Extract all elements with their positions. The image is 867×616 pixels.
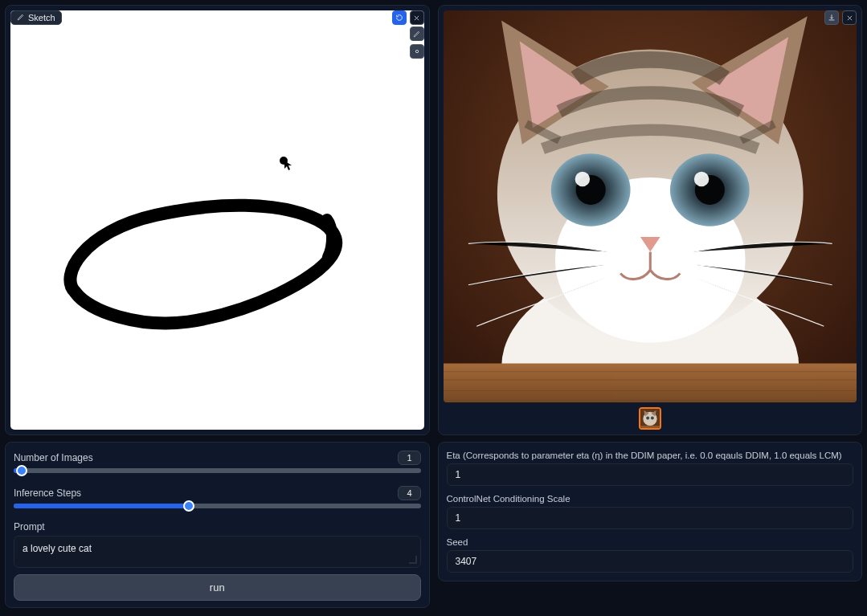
brush-settings-icon[interactable] <box>410 44 424 59</box>
slider-inference-steps-label: Inference Steps <box>14 487 81 499</box>
controlnet-scale-input[interactable]: 1 <box>447 507 854 529</box>
eta-field: Eta (Corresponds to parameter eta (η) in… <box>447 451 854 486</box>
prompt-input[interactable]: a lovely cute cat <box>14 536 421 568</box>
prompt-field: Prompt a lovely cute cat <box>14 521 421 568</box>
edit-icon[interactable] <box>410 27 424 41</box>
sketch-tab[interactable]: Sketch <box>10 10 62 25</box>
download-icon[interactable] <box>824 10 839 25</box>
eta-label: Eta (Corresponds to parameter eta (η) in… <box>447 451 854 460</box>
seed-input[interactable]: 3407 <box>447 550 854 573</box>
eta-input[interactable]: 1 <box>447 463 854 486</box>
slider-num-images-track[interactable] <box>14 468 421 473</box>
reset-icon[interactable] <box>392 10 407 25</box>
slider-inference-steps: Inference Steps 4 <box>14 486 421 516</box>
slider-inference-steps-value[interactable]: 4 <box>398 486 420 500</box>
pencil-icon <box>17 13 25 22</box>
seed-label: Seed <box>447 537 854 547</box>
cursor-icon <box>284 160 293 173</box>
sketch-tab-label: Sketch <box>28 13 55 22</box>
svg-rect-11 <box>444 364 857 402</box>
close-output-icon[interactable] <box>842 10 857 25</box>
output-panel <box>438 5 863 435</box>
svg-point-18 <box>646 417 649 420</box>
prompt-label: Prompt <box>14 521 421 532</box>
svg-point-19 <box>651 417 654 420</box>
svg-rect-20 <box>640 426 660 428</box>
slider-number-of-images: Number of Images 1 <box>14 451 421 481</box>
output-image[interactable] <box>444 10 857 402</box>
sketch-panel: Sketch <box>5 5 430 435</box>
run-button[interactable]: run <box>14 574 421 601</box>
controlnet-scale-label: ControlNet Conditioning Scale <box>447 494 854 504</box>
user-sketch-stroke <box>10 10 424 430</box>
seed-field: Seed 3407 <box>447 537 854 573</box>
slider-num-images-label: Number of Images <box>14 452 93 463</box>
slider-inference-steps-track[interactable] <box>14 504 421 508</box>
svg-point-0 <box>415 50 418 52</box>
svg-point-10 <box>693 172 709 187</box>
right-controls-panel: Eta (Corresponds to parameter eta (η) in… <box>438 442 863 581</box>
controlnet-scale-field: ControlNet Conditioning Scale 1 <box>447 494 854 529</box>
svg-point-9 <box>575 172 590 187</box>
left-controls-panel: Number of Images 1 Inference Steps 4 <box>5 442 430 608</box>
close-icon[interactable] <box>410 10 424 25</box>
slider-num-images-value[interactable]: 1 <box>398 451 420 465</box>
output-thumbnail-row <box>439 402 862 434</box>
output-thumbnail-1[interactable] <box>639 407 661 430</box>
sketch-canvas[interactable] <box>10 10 424 430</box>
